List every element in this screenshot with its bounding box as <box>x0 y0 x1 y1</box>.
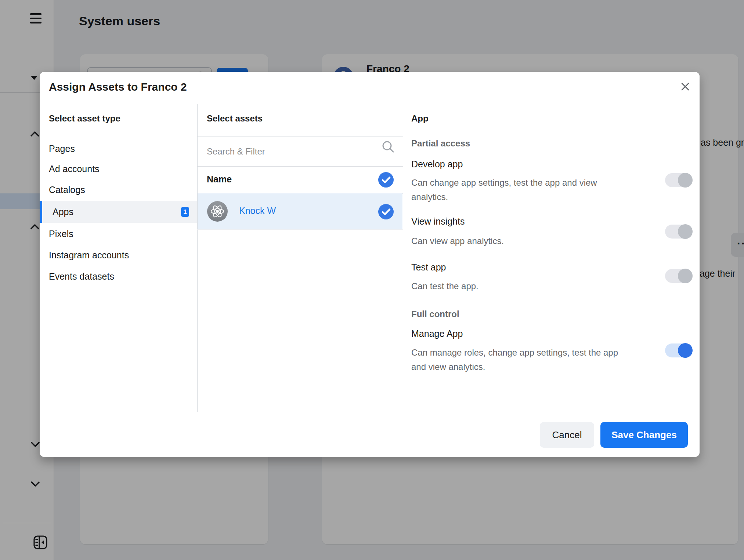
cancel-button[interactable]: Cancel <box>540 422 594 448</box>
asset-type-catalogs[interactable]: Catalogs <box>40 179 197 201</box>
asset-search-row <box>198 137 402 166</box>
permission-test-app-description: Can test the app. <box>411 279 478 293</box>
manage-app-toggle[interactable] <box>665 343 692 357</box>
apps-count-badge: 1 <box>181 207 189 217</box>
column-divider <box>403 104 403 412</box>
screen: System users Franco 2 as been gr age <box>0 0 744 560</box>
asset-name: Knock W <box>239 206 276 216</box>
develop-app-toggle[interactable] <box>665 173 692 187</box>
asset-type-instagram-accounts[interactable]: Instagram accounts <box>40 244 197 266</box>
divider <box>40 135 197 135</box>
asset-type-pixels[interactable]: Pixels <box>40 223 197 245</box>
test-app-toggle[interactable] <box>665 269 692 283</box>
asset-type-header: Select asset type <box>49 113 120 124</box>
asset-type-ad-accounts[interactable]: Ad accounts <box>40 158 197 180</box>
view-insights-toggle[interactable] <box>665 225 692 239</box>
partial-access-section-title: Partial access <box>411 138 470 149</box>
app-atom-icon <box>207 201 228 222</box>
permission-develop-app-description: Can change app settings, test the app an… <box>411 175 632 204</box>
close-icon[interactable] <box>679 80 692 93</box>
search-icon <box>381 140 395 154</box>
save-changes-button[interactable]: Save Changes <box>600 422 688 448</box>
permission-develop-app: Develop app <box>411 159 463 170</box>
name-column-header: Name <box>207 174 232 185</box>
dialog-title: Assign Assets to Franco 2 <box>49 81 187 93</box>
asset-type-apps[interactable]: Apps 1 <box>40 201 197 223</box>
permission-test-app: Test app <box>411 262 446 273</box>
app-permissions-header: App <box>411 113 429 124</box>
asset-type-events-datasets[interactable]: Events datasets <box>40 265 197 287</box>
select-assets-header: Select assets <box>207 113 263 124</box>
asset-list-header-row: Name <box>198 167 402 193</box>
full-control-section-title: Full control <box>411 309 459 319</box>
permission-manage-app-description: Can manage roles, change app settings, t… <box>411 345 632 374</box>
asset-type-pages[interactable]: Pages <box>40 138 197 160</box>
permission-manage-app: Manage App <box>411 328 463 339</box>
search-input[interactable] <box>207 143 368 160</box>
assign-assets-dialog: Assign Assets to Franco 2 Select asset t… <box>40 72 700 457</box>
asset-row-knock-w[interactable]: Knock W <box>198 193 402 229</box>
permission-view-insights: View insights <box>411 216 465 227</box>
asset-checkbox[interactable] <box>378 204 394 219</box>
select-all-checkbox[interactable] <box>378 172 394 188</box>
permission-view-insights-description: Can view app analytics. <box>411 234 504 248</box>
divider <box>197 229 403 230</box>
